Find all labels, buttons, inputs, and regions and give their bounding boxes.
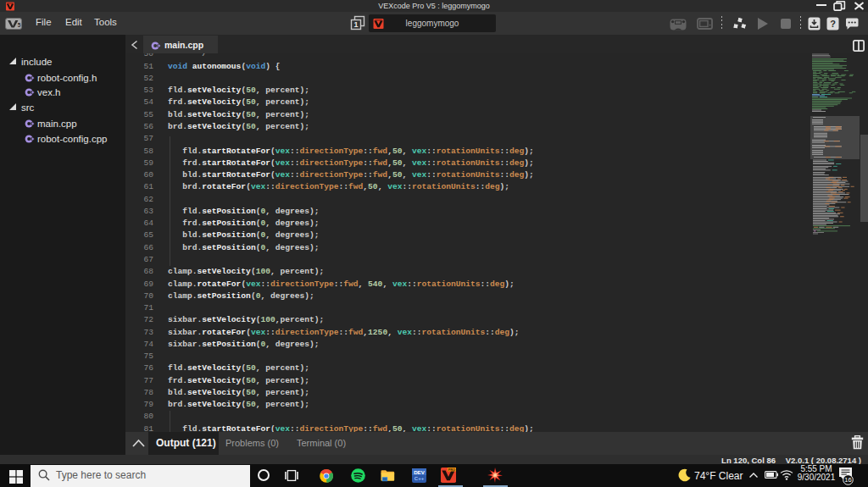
svg-text:C++: C++ <box>415 476 425 481</box>
svg-text:DEV: DEV <box>414 469 426 475</box>
svg-text:1: 1 <box>353 20 358 29</box>
svg-text:PRO: PRO <box>448 468 455 472</box>
svg-text:?: ? <box>830 19 836 29</box>
svg-text:16: 16 <box>844 476 851 484</box>
svg-text:5: 5 <box>18 22 21 28</box>
